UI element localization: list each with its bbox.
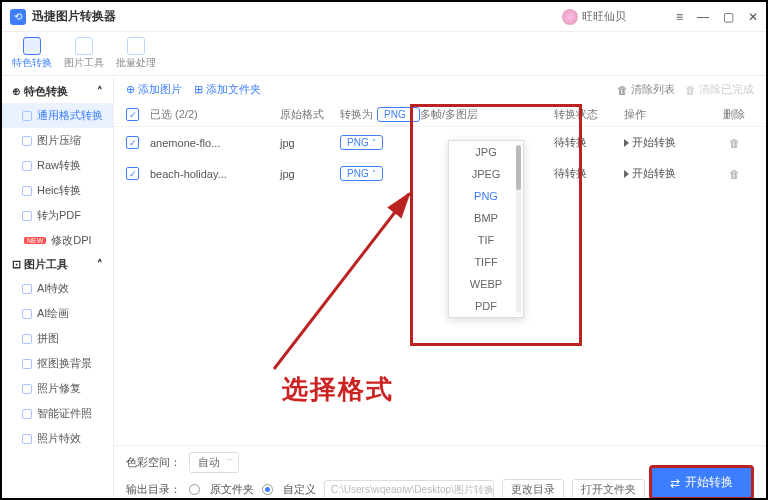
app-logo-icon: ⟲ <box>10 9 26 25</box>
row-delete-button[interactable]: 🗑 <box>714 168 754 180</box>
radio-custom-folder[interactable] <box>262 484 273 495</box>
output-path-field[interactable]: C:\Users\wqeaoiw\Desktop\图片转换 <box>324 480 494 500</box>
topnav-tools[interactable]: 图片工具 <box>60 35 108 72</box>
sidebar-item-ai-effect[interactable]: AI特效 <box>2 276 113 301</box>
minimize-icon[interactable]: — <box>697 10 709 24</box>
play-icon <box>624 170 629 178</box>
format-option-jpeg[interactable]: JPEG <box>449 163 523 185</box>
change-dir-button[interactable]: 更改目录 <box>502 479 564 500</box>
start-convert-button[interactable]: ⇄ 开始转换 <box>649 465 754 500</box>
header-op: 操作 <box>624 107 714 122</box>
sidebar-item-pdf[interactable]: 转为PDF <box>2 203 113 228</box>
header-del: 删除 <box>714 107 754 122</box>
format-option-pdf[interactable]: PDF <box>449 295 523 317</box>
sidebar-item-photofx[interactable]: 照片特效 <box>2 426 113 451</box>
trash-icon: 🗑 <box>617 84 628 96</box>
menu-icon[interactable]: ≡ <box>676 10 683 24</box>
sidebar-item-compress[interactable]: 图片压缩 <box>2 128 113 153</box>
row-orig: jpg <box>280 168 340 180</box>
format-option-jpg[interactable]: JPG <box>449 141 523 163</box>
format-option-webp[interactable]: WEBP <box>449 273 523 295</box>
user-info[interactable]: 旺旺仙贝 <box>562 9 626 25</box>
table-header: ✓ 已选 (2/2) 原始格式 转换为 PNG˄ 多帧/多图层 转换状态 操作 … <box>114 103 766 127</box>
sidebar-item-heic[interactable]: Heic转换 <box>2 178 113 203</box>
sidebar-item-raw[interactable]: Raw转换 <box>2 153 113 178</box>
target-format-select[interactable]: PNG˄ <box>377 107 420 122</box>
table-row: ✓ beach-holiday... jpg PNG˅ 待转换 开始转换 🗑 <box>114 158 766 189</box>
row-orig: jpg <box>280 137 340 149</box>
chevron-down-icon: ˅ <box>372 169 376 178</box>
header-conv: 转换为 <box>340 107 373 122</box>
format-option-bmp[interactable]: BMP <box>449 207 523 229</box>
sidebar: ⊕ 特色转换˄ 通用格式转换 图片压缩 Raw转换 Heic转换 转为PDF N… <box>2 76 114 500</box>
chevron-down-icon: ˅ <box>372 138 376 147</box>
trash-icon: 🗑 <box>685 84 696 96</box>
output-dir-label: 输出目录： <box>126 482 181 497</box>
row-format-select[interactable]: PNG˅ <box>340 135 383 150</box>
header-orig: 原始格式 <box>280 107 340 122</box>
open-dir-button[interactable]: 打开文件夹 <box>572 479 645 500</box>
top-nav: 特色转换 图片工具 批量处理 <box>2 32 766 76</box>
row-delete-button[interactable]: 🗑 <box>714 137 754 149</box>
user-name: 旺旺仙贝 <box>582 9 626 24</box>
chevron-up-icon: ˄ <box>97 85 103 98</box>
format-option-tif[interactable]: TIF <box>449 229 523 251</box>
close-icon[interactable]: ✕ <box>748 10 758 24</box>
dropdown-scrollbar[interactable] <box>516 145 521 313</box>
header-status: 转换状态 <box>554 107 624 122</box>
header-selected: 已选 (2/2) <box>150 107 280 122</box>
topnav-feature[interactable]: 特色转换 <box>8 35 56 72</box>
sidebar-item-collage[interactable]: 拼图 <box>2 326 113 351</box>
annotation-text: 选择格式 <box>282 372 394 407</box>
header-multi: 多帧/多图层 <box>420 107 490 122</box>
maximize-icon[interactable]: ▢ <box>723 10 734 24</box>
sidebar-item-repair[interactable]: 照片修复 <box>2 376 113 401</box>
app-title: 迅捷图片转换器 <box>32 8 116 25</box>
color-space-select[interactable]: 自动 <box>189 452 239 473</box>
sidebar-group-tools[interactable]: ⊡ 图片工具˄ <box>2 253 113 276</box>
row-start-button[interactable]: 开始转换 <box>624 166 714 181</box>
table-row: ✓ anemone-flo... jpg PNG˅ 待转换 开始转换 🗑 <box>114 127 766 158</box>
topnav-batch[interactable]: 批量处理 <box>112 35 160 72</box>
sidebar-item-general[interactable]: 通用格式转换 <box>2 103 113 128</box>
content-area: ⊕添加图片 ⊞添加文件夹 🗑清除列表 🗑清除已完成 ✓ 已选 (2/2) 原始格… <box>114 76 766 500</box>
convert-icon: ⇄ <box>670 476 680 490</box>
play-icon <box>624 139 629 147</box>
clear-list-button[interactable]: 🗑清除列表 <box>617 82 675 97</box>
chevron-up-icon: ˄ <box>97 258 103 271</box>
sidebar-group-feature[interactable]: ⊕ 特色转换˄ <box>2 80 113 103</box>
select-all-checkbox[interactable]: ✓ <box>126 108 139 121</box>
row-name: anemone-flo... <box>150 137 280 149</box>
folder-plus-icon: ⊞ <box>194 83 203 96</box>
chevron-up-icon: ˄ <box>409 110 413 119</box>
add-image-button[interactable]: ⊕添加图片 <box>126 82 182 97</box>
row-status: 待转换 <box>554 166 624 181</box>
row-checkbox[interactable]: ✓ <box>126 136 139 149</box>
sidebar-item-idphoto[interactable]: 智能证件照 <box>2 401 113 426</box>
sidebar-item-dpi[interactable]: NEW修改DPI <box>2 228 113 253</box>
row-start-button[interactable]: 开始转换 <box>624 135 714 150</box>
row-name: beach-holiday... <box>150 168 280 180</box>
plus-icon: ⊕ <box>126 83 135 96</box>
avatar-icon <box>562 9 578 25</box>
format-option-png[interactable]: PNG <box>449 185 523 207</box>
row-checkbox[interactable]: ✓ <box>126 167 139 180</box>
clear-done-button[interactable]: 🗑清除已完成 <box>685 82 754 97</box>
format-dropdown[interactable]: JPG JPEG PNG BMP TIF TIFF WEBP PDF <box>448 140 524 318</box>
titlebar: ⟲ 迅捷图片转换器 旺旺仙贝 ≡ — ▢ ✕ <box>2 2 766 32</box>
row-status: 待转换 <box>554 135 624 150</box>
radio-source-folder[interactable] <box>189 484 200 495</box>
add-folder-button[interactable]: ⊞添加文件夹 <box>194 82 261 97</box>
sidebar-item-ai-draw[interactable]: AI绘画 <box>2 301 113 326</box>
color-space-label: 色彩空间： <box>126 455 181 470</box>
format-option-tiff[interactable]: TIFF <box>449 251 523 273</box>
toolbar: ⊕添加图片 ⊞添加文件夹 🗑清除列表 🗑清除已完成 <box>114 76 766 103</box>
row-format-select[interactable]: PNG˅ <box>340 166 383 181</box>
sidebar-item-cutout[interactable]: 抠图换背景 <box>2 351 113 376</box>
